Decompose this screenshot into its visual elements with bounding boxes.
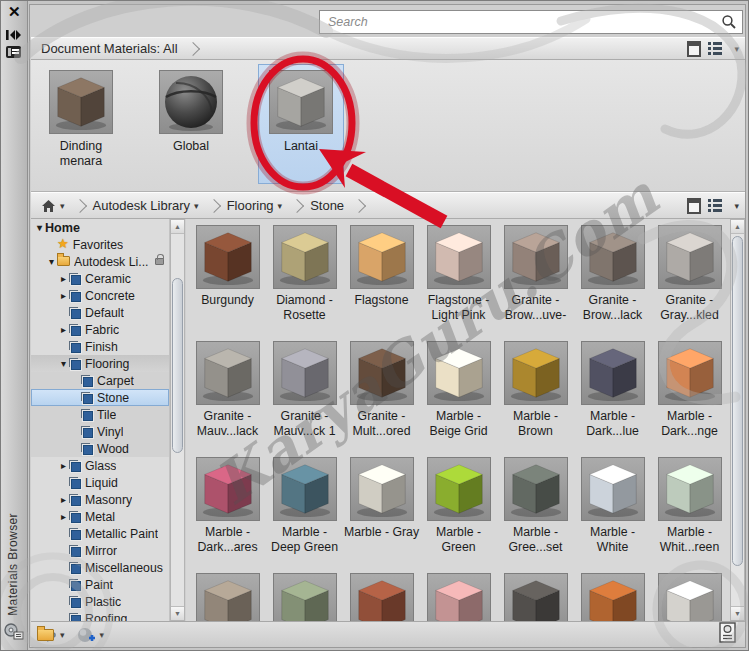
tree-item-fabric[interactable]: ▸Fabric [31, 321, 169, 338]
document-breadcrumb[interactable]: Document Materials: All [41, 41, 178, 56]
tree-item-roofing[interactable]: Roofing [31, 610, 169, 621]
material-tile-marble-gree-set[interactable]: Marble - Gree...set [497, 457, 574, 573]
breadcrumb-item-library[interactable]: Autodesk Library [93, 198, 191, 213]
view-options-caret-icon[interactable]: ▾ [734, 201, 739, 211]
document-material-lantai[interactable]: Lantai [258, 64, 344, 184]
material-tile-marble-dark-ares[interactable]: Marble - Dark...ares [189, 457, 266, 573]
tree-item-glass[interactable]: ▸Glass [31, 457, 169, 474]
material-tile-unnamed[interactable] [343, 573, 420, 621]
material-tile-granite-gray-kled[interactable]: Granite - Gray...kled [651, 225, 728, 341]
material-tile-marble-whit-reen[interactable]: Marble - Whit...reen [651, 457, 728, 573]
palette-title: Materials Browser [6, 513, 20, 616]
expand-icon[interactable]: ▸ [58, 460, 69, 471]
tree-item-stone[interactable]: Stone [31, 389, 169, 406]
tree-item-tile[interactable]: Tile [31, 406, 169, 423]
open-material-editor-button[interactable] [719, 622, 737, 648]
home-icon[interactable] [41, 199, 56, 213]
tree-item-flooring[interactable]: ▾Flooring [31, 355, 169, 372]
tree-item-default[interactable]: Default [31, 304, 169, 321]
tree-item-vinyl[interactable]: Vinyl [31, 423, 169, 440]
scroll-up-icon[interactable]: ▲ [171, 220, 184, 234]
material-tile-unnamed[interactable] [189, 573, 266, 621]
preview-pane-toggle-icon[interactable] [687, 41, 701, 57]
tree-item-home[interactable]: ▾Home [31, 219, 169, 236]
tree-item-ceramic[interactable]: ▸Ceramic [31, 270, 169, 287]
view-list-icon[interactable] [708, 199, 723, 212]
material-tile-marble-brown[interactable]: Marble - Brown [497, 341, 574, 457]
tree-item-label: Favorites [73, 238, 124, 252]
tree-item-mirror[interactable]: Mirror [31, 542, 169, 559]
expand-icon[interactable]: ▸ [58, 290, 69, 301]
tree-item-favorites[interactable]: ★Favorites [31, 236, 169, 253]
tree-item-wood[interactable]: Wood [31, 440, 169, 457]
tree-item-masonry[interactable]: ▸Masonry [31, 491, 169, 508]
material-tile-marble-deep-green[interactable]: Marble - Deep Green [266, 457, 343, 573]
tree-item-miscellaneous[interactable]: Miscellaneous [31, 559, 169, 576]
breadcrumb-item-flooring[interactable]: Flooring [227, 198, 274, 213]
material-tile-unnamed[interactable] [574, 573, 651, 621]
material-tile-marble-dark-nge[interactable]: Marble - Dark...nge [651, 341, 728, 457]
expand-icon[interactable]: ▸ [58, 324, 69, 335]
breadcrumb-item-stone[interactable]: Stone [310, 198, 344, 213]
material-tile-marble-beige-grid[interactable]: Marble - Beige Grid [420, 341, 497, 457]
material-tile-unnamed[interactable] [266, 573, 343, 621]
scroll-up-icon[interactable]: ▲ [731, 220, 744, 234]
tree-item-autodesk-li[interactable]: ▾Autodesk Li... [31, 253, 169, 270]
tree-item-liquid[interactable]: Liquid [31, 474, 169, 491]
material-tile-granite-mult-ored[interactable]: Granite - Mult...ored [343, 341, 420, 457]
material-tile-marble-gray[interactable]: Marble - Gray [343, 457, 420, 573]
grid-scrollbar-thumb[interactable] [732, 236, 743, 566]
palette-properties-menu-icon[interactable] [6, 46, 21, 58]
view-options-caret-icon[interactable]: ▾ [734, 44, 739, 54]
collapse-icon[interactable]: ▾ [34, 222, 45, 233]
flooring-caret-icon[interactable]: ▾ [278, 201, 283, 211]
tree-scrollbar-thumb[interactable] [172, 278, 183, 453]
home-caret-icon[interactable]: ▾ [60, 201, 65, 211]
search-icon[interactable] [721, 14, 737, 30]
material-tile-flagstone[interactable]: Flagstone [343, 225, 420, 341]
manage-library-caret-icon[interactable]: ▾ [60, 630, 65, 640]
expand-icon[interactable]: ▸ [58, 511, 69, 522]
grid-scrollbar[interactable]: ▲ ▼ [730, 219, 745, 621]
material-tile-marble-white[interactable]: Marble - White [574, 457, 651, 573]
tree-item-metallic-paint[interactable]: Metallic Paint [31, 525, 169, 542]
tree-scrollbar[interactable]: ▲ ▼ [170, 219, 185, 621]
palette-bottom-icon[interactable] [4, 622, 24, 644]
preview-pane-toggle-icon[interactable] [687, 198, 701, 214]
create-material-caret-icon[interactable]: ▾ [100, 630, 105, 640]
material-tile-unnamed[interactable] [497, 573, 574, 621]
material-tile-burgundy[interactable]: Burgundy [189, 225, 266, 341]
material-tile-flagstone-light-pink[interactable]: Flagstone - Light Pink [420, 225, 497, 341]
tree-item-plastic[interactable]: Plastic [31, 593, 169, 610]
view-list-icon[interactable] [708, 42, 723, 55]
material-tile-diamond-rosette[interactable]: Diamond - Rosette [266, 225, 343, 341]
tree-item-metal[interactable]: ▸Metal [31, 508, 169, 525]
collapse-icon[interactable]: ▾ [58, 358, 69, 369]
material-tile-unnamed[interactable] [420, 573, 497, 621]
category-icon [69, 528, 81, 540]
search-input[interactable] [319, 10, 743, 34]
scroll-down-icon[interactable]: ▼ [731, 606, 744, 620]
tree-item-paint[interactable]: Paint [31, 576, 169, 593]
expand-icon[interactable]: ▸ [58, 273, 69, 284]
material-tile-granite-brow-lack[interactable]: Granite - Brow...lack [574, 225, 651, 341]
material-tile-marble-green[interactable]: Marble - Green [420, 457, 497, 573]
document-material-dinding-menara[interactable]: Dinding menara [38, 64, 124, 184]
material-tile-marble-dark-lue[interactable]: Marble - Dark...lue [574, 341, 651, 457]
document-material-global[interactable]: Global [148, 64, 234, 184]
collapse-icon[interactable]: ▾ [46, 256, 57, 267]
material-tile-granite-brow-uve[interactable]: Granite - Brow...uve- [497, 225, 574, 341]
close-icon[interactable]: ✕ [8, 4, 21, 20]
create-material-button[interactable]: ▾ [77, 626, 105, 644]
tree-item-concrete[interactable]: ▸Concrete [31, 287, 169, 304]
library-caret-icon[interactable]: ▾ [194, 201, 199, 211]
manage-library-button[interactable]: ▾ [37, 626, 65, 643]
material-tile-granite-mauv-ck-1[interactable]: Granite - Mauv...ck 1 [266, 341, 343, 457]
tree-item-finish[interactable]: Finish [31, 338, 169, 355]
tree-item-carpet[interactable]: Carpet [31, 372, 169, 389]
scroll-down-icon[interactable]: ▼ [171, 606, 184, 620]
material-tile-unnamed[interactable] [651, 573, 728, 621]
material-tile-granite-mauv-lack[interactable]: Granite - Mauv...lack [189, 341, 266, 457]
expand-icon[interactable]: ▸ [58, 494, 69, 505]
auto-hide-icon[interactable] [5, 27, 22, 45]
